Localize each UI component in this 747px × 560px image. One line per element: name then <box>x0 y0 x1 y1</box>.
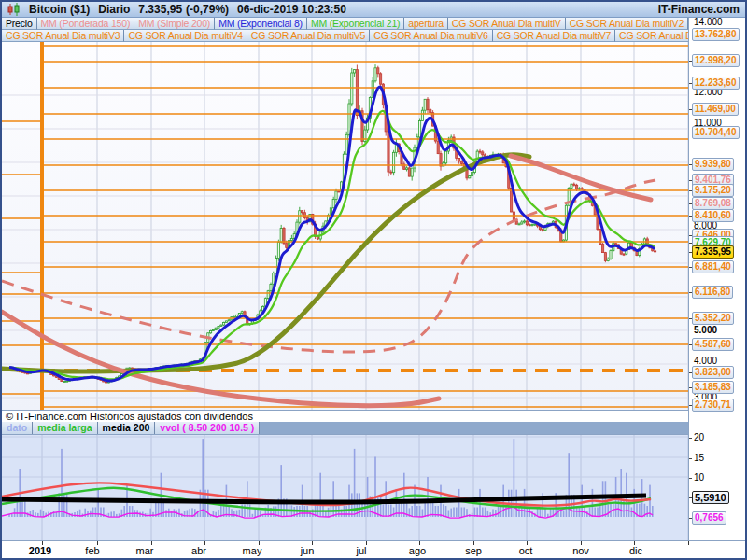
quote-datetime: 06-dic-2019 10:23:50 <box>237 3 346 16</box>
price-level-label: 8.769,08 <box>692 197 734 210</box>
ema-21-line <box>9 111 655 380</box>
price-level-label: 8.410,60 <box>692 209 734 222</box>
price-level-label: 10.704,40 <box>692 126 740 139</box>
indicator-chip-r2-5[interactable]: CG SOR Anual D <box>615 30 688 42</box>
price-level-label: 3.185,83 <box>692 381 734 394</box>
indicator-chip-3[interactable]: MM (Exponencial 8) <box>215 18 307 30</box>
price-level-label: 9.939,80 <box>692 158 734 171</box>
volume-legend-chip-2[interactable]: media 200 <box>98 422 156 434</box>
instrument-name[interactable]: Bitcoin ($1) <box>29 3 90 16</box>
indicator-chip-2[interactable]: MM (Simple 200) <box>134 18 215 30</box>
month-label: jun <box>301 545 315 556</box>
price-level-label: 3.823,00 <box>692 366 734 379</box>
cg-sor-levels <box>2 42 688 410</box>
axis-label: 4.000 <box>694 356 717 366</box>
indicator-chip-r2-0[interactable]: CG SOR Anual Dia multiV3 <box>2 30 124 42</box>
axis-label: 5.000 <box>694 325 717 335</box>
title-bar: Bitcoin ($1) Diario 7.335,95 (-0,79%) 06… <box>2 2 745 18</box>
month-label: feb <box>85 545 99 556</box>
volume-legend-chip-0[interactable]: dato <box>2 422 33 434</box>
price-level-label: 4.587,60 <box>692 338 734 351</box>
candlestick-icon <box>7 3 21 16</box>
axis-label: 10 <box>694 472 704 483</box>
candlesticks <box>8 64 656 384</box>
moving-averages <box>2 87 655 406</box>
axis-tick <box>689 438 692 439</box>
axis-label: 15 <box>694 453 704 463</box>
brand-logo: IT-Finance.com <box>658 3 740 16</box>
volume-legend-chip-1[interactable]: media larga <box>33 422 97 434</box>
indicator-chip-r2-1[interactable]: CG SOR Anual Dia multiV4 <box>124 30 247 42</box>
year-start-marker <box>40 42 44 410</box>
month-label: ago <box>409 545 426 556</box>
price-level-label: 6.881,40 <box>692 260 734 273</box>
month-label: oct <box>519 545 533 556</box>
price-level-label: 13.762,80 <box>692 28 740 41</box>
price-level-label: 12.233,60 <box>692 77 740 90</box>
month-label: mar <box>136 545 154 556</box>
price-axis[interactable]: 14.00012.00011.0008.0005.0004.0003.00013… <box>688 18 745 540</box>
month-label: dic <box>629 545 642 556</box>
timeframe-label[interactable]: Diario <box>98 3 130 16</box>
volume-legend-row: datomedia largamedia 200vvol ( 8.50 200 … <box>2 422 688 434</box>
sma-200-dashed-line <box>2 180 655 352</box>
main-gridlines <box>2 42 688 410</box>
axis-label: 14.000 <box>694 17 723 27</box>
time-axis[interactable]: 2019febmarabrmayjunjulagosepoctnovdic <box>2 540 745 558</box>
time-axis-tick <box>688 541 689 545</box>
axis-tick <box>689 458 692 459</box>
indicator-chip-6[interactable]: CG SOR Anual Dia multiV <box>448 18 566 30</box>
trading-app-window: Bitcoin ($1) Diario 7.335,95 (-0,79%) 06… <box>0 0 747 560</box>
indicator-legend-row-1: PrecioMM (Ponderada 150)MM (Simple 200)M… <box>2 18 688 30</box>
indicator-chip-4[interactable]: MM (Exponencial 21) <box>307 18 404 30</box>
indicator-chip-0[interactable]: Precio <box>2 18 37 30</box>
indicator-legend-row-2: CG SOR Anual Dia multiV3CG SOR Anual Dia… <box>2 30 688 42</box>
month-label: may <box>243 545 262 556</box>
volume-current-box: 5,5910 <box>692 491 729 504</box>
main-price-chart[interactable] <box>2 42 688 410</box>
indicator-chip-1[interactable]: MM (Ponderada 150) <box>37 18 135 30</box>
ema-8-line <box>9 87 655 381</box>
month-label: 2019 <box>29 545 51 556</box>
indicator-chip-7[interactable]: CG SOR Anual Dia multiV2 <box>566 18 688 30</box>
price-change: (-0,79%) <box>186 3 229 16</box>
month-label: jul <box>356 545 366 556</box>
axis-tick <box>689 478 692 479</box>
month-label: nov <box>572 545 589 556</box>
indicator-chip-r2-4[interactable]: CG SOR Anual Dia multiV7 <box>493 30 615 42</box>
price-level-label: 5.352,20 <box>692 312 734 325</box>
price-level-label: 12.998,20 <box>692 54 740 67</box>
price-level-label: 11.469,00 <box>692 103 739 116</box>
month-label: sep <box>465 545 482 556</box>
indicator-chip-r2-3[interactable]: CG SOR Anual Dia multiV6 <box>370 30 492 42</box>
current-price-box: 7.335,95 <box>692 245 734 259</box>
price-level-label: 0,7656 <box>692 511 726 525</box>
month-label: abr <box>191 545 206 556</box>
indicator-chip-5[interactable]: apertura <box>404 18 448 30</box>
volume-pane[interactable] <box>2 434 688 540</box>
price-level-label: 2.730,71 <box>692 399 734 412</box>
last-price: 7.335,95 <box>138 3 182 16</box>
axis-label: 20 <box>694 432 704 442</box>
copyright-note: © IT-Finance.com Históricos ajustados co… <box>2 410 688 422</box>
indicator-chip-r2-2[interactable]: CG SOR Anual Dia multiV5 <box>247 30 370 42</box>
price-level-label: 9.175,20 <box>692 184 734 197</box>
price-level-label: 6.116,80 <box>692 286 733 299</box>
volume-legend-chip-3[interactable]: vvol ( 8.50 200 10.5 ) <box>155 422 260 434</box>
